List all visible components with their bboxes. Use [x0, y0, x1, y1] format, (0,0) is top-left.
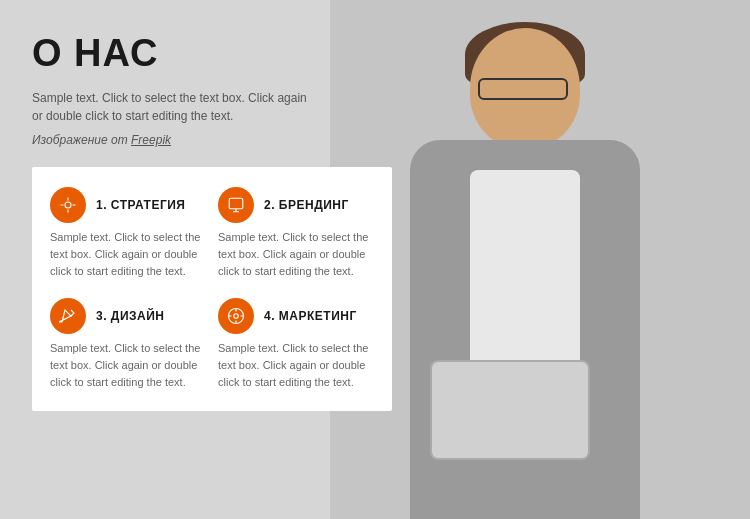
person-glasses-shape — [478, 78, 568, 100]
person-shirt-shape — [470, 170, 580, 370]
feature-title-2: 2. БРЕНДИНГ — [264, 198, 349, 212]
svg-point-2 — [234, 314, 239, 319]
person-laptop-shape — [430, 360, 590, 460]
feature-text-3: Sample text. Click to select the text bo… — [50, 340, 206, 391]
person-photo — [330, 0, 750, 519]
feature-title-3: 3. ДИЗАЙН — [96, 309, 165, 323]
features-card: 1. СТРАТЕГИЯ Sample text. Click to selec… — [32, 167, 392, 411]
feature-item-marketing: 4. МАРКЕТИНГ Sample text. Click to selec… — [218, 298, 374, 391]
feature-text-2: Sample text. Click to select the text bo… — [218, 229, 374, 280]
feature-header-4: 4. МАРКЕТИНГ — [218, 298, 374, 334]
svg-point-0 — [65, 202, 71, 208]
image-credit: Изображение от Freepik — [32, 133, 362, 147]
image-credit-prefix: Изображение от — [32, 133, 131, 147]
design-icon — [59, 307, 77, 325]
freepik-link[interactable]: Freepik — [131, 133, 171, 147]
strategy-icon — [59, 196, 77, 214]
feature-text-4: Sample text. Click to select the text bo… — [218, 340, 374, 391]
branding-icon — [227, 196, 245, 214]
marketing-icon — [227, 307, 245, 325]
branding-icon-circle — [218, 187, 254, 223]
feature-title-4: 4. МАРКЕТИНГ — [264, 309, 357, 323]
feature-item-design: 3. ДИЗАЙН Sample text. Click to select t… — [50, 298, 206, 391]
design-icon-circle — [50, 298, 86, 334]
feature-header-1: 1. СТРАТЕГИЯ — [50, 187, 206, 223]
description-text: Sample text. Click to select the text bo… — [32, 89, 312, 125]
strategy-icon-circle — [50, 187, 86, 223]
left-content-area: О НАС Sample text. Click to select the t… — [0, 0, 390, 431]
feature-header-3: 3. ДИЗАЙН — [50, 298, 206, 334]
feature-item-strategy: 1. СТРАТЕГИЯ Sample text. Click to selec… — [50, 187, 206, 280]
svg-rect-1 — [229, 198, 243, 209]
marketing-icon-circle — [218, 298, 254, 334]
feature-title-1: 1. СТРАТЕГИЯ — [96, 198, 185, 212]
feature-header-2: 2. БРЕНДИНГ — [218, 187, 374, 223]
feature-item-branding: 2. БРЕНДИНГ Sample text. Click to select… — [218, 187, 374, 280]
page-container: О НАС Sample text. Click to select the t… — [0, 0, 750, 519]
feature-text-1: Sample text. Click to select the text bo… — [50, 229, 206, 280]
page-title: О НАС — [32, 32, 362, 75]
